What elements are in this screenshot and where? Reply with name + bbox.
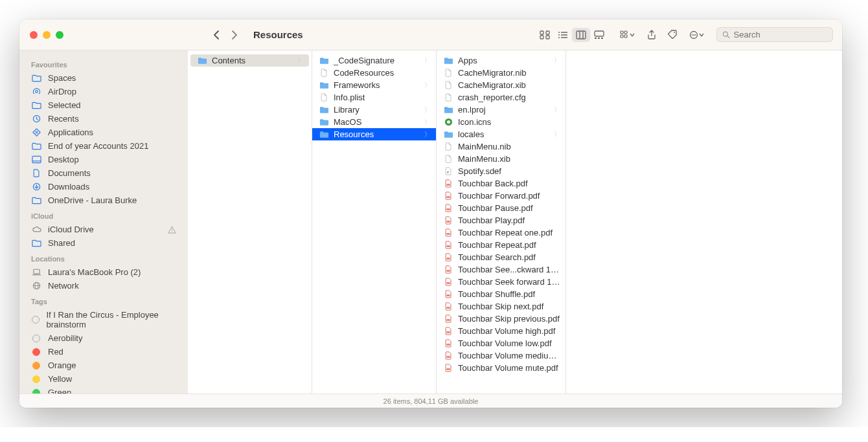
file-row[interactable]: _CodeSignature〉 [312, 54, 436, 67]
share-button[interactable] [647, 30, 656, 40]
file-row[interactable]: CacheMigrator.xib [437, 79, 565, 91]
list-view-button[interactable] [554, 28, 572, 42]
file-label: MainMenu.nib [458, 142, 560, 151]
gallery-view-button[interactable] [590, 28, 608, 42]
file-row[interactable]: Touchbar Volume low.pdf [437, 337, 565, 349]
file-row[interactable]: crash_reporter.cfg [437, 91, 565, 104]
file-row[interactable]: Touchbar Volume mute.pdf [437, 362, 565, 374]
file-row[interactable]: Touchbar Volume medium.pdf [437, 349, 565, 362]
file-row[interactable]: Contents〉 [190, 54, 309, 67]
file-label: _CodeSignature [334, 56, 420, 65]
file-row[interactable]: Touchbar Play.pdf [437, 214, 565, 227]
sidebar-item[interactable]: OneDrive - Laura Burke [19, 193, 188, 207]
file-row[interactable]: Touchbar Pause.pdf [437, 202, 565, 214]
file-row[interactable]: Library〉 [312, 104, 436, 116]
file-row[interactable]: Touchbar Skip previous.pdf [437, 313, 565, 325]
file-row[interactable]: locales〉 [437, 128, 565, 140]
file-label: Touchbar Skip next.pdf [458, 302, 560, 311]
file-row[interactable]: Touchbar Repeat.pdf [437, 239, 565, 251]
window-title: Resources [244, 29, 303, 40]
sidebar-item-label: Laura's MacBook Pro (2) [48, 267, 141, 277]
sidebar-section-header: Favourites [19, 56, 188, 71]
globe-icon [31, 282, 41, 290]
sidebar-item[interactable]: Orange [19, 359, 188, 372]
file-label: Touchbar Volume high.pdf [458, 326, 560, 336]
file-label: Info.plist [334, 93, 431, 102]
sidebar-item[interactable]: Selected [19, 98, 188, 112]
sidebar-item[interactable]: AirDrop [19, 85, 188, 98]
finder-window: Resources FavouritesSpacesAirDropSelecte… [19, 19, 842, 408]
apps-icon [31, 128, 41, 137]
file-icon [319, 69, 329, 77]
file-label: Apps [458, 56, 549, 65]
sidebar-item[interactable]: Aerobility [19, 331, 188, 345]
file-row[interactable]: Touchbar Volume high.pdf [437, 325, 565, 337]
back-button[interactable] [213, 30, 220, 40]
sidebar-item[interactable]: iCloud Drive [19, 223, 188, 236]
svg-point-4 [558, 32, 560, 33]
pdf-icon [443, 241, 453, 249]
file-row[interactable]: MainMenu.nib [437, 140, 565, 153]
file-row[interactable]: Touchbar Seek forward 15.pdf [437, 276, 565, 288]
warn-icon [168, 226, 176, 234]
pdf-icon [443, 204, 453, 212]
sidebar-item-label: Downloads [48, 182, 89, 192]
chevron-right-icon: 〉 [554, 105, 560, 115]
fullscreen-button[interactable] [56, 31, 63, 39]
file-label: locales [458, 129, 549, 139]
file-row[interactable]: Frameworks〉 [312, 79, 436, 91]
file-row[interactable]: Icon.icns [437, 116, 565, 128]
tag-dot-icon [31, 335, 41, 342]
file-label: MainMenu.xib [458, 154, 560, 164]
tags-button[interactable] [668, 30, 678, 39]
file-row[interactable]: Touchbar Search.pdf [437, 251, 565, 263]
close-button[interactable] [30, 31, 38, 39]
sidebar-item[interactable]: Network [19, 279, 188, 293]
svg-point-21 [674, 32, 675, 33]
sidebar-item[interactable]: Desktop [19, 153, 188, 166]
pdf-icon [443, 339, 453, 348]
sidebar-item[interactable]: Yellow [19, 372, 188, 386]
group-menu[interactable] [620, 30, 635, 39]
folder-icon [31, 142, 41, 150]
file-row[interactable]: Touchbar See...ckward 15.pdf [437, 263, 565, 276]
sidebar-section-header: Tags [19, 293, 188, 308]
file-row[interactable]: en.lproj〉 [437, 104, 565, 116]
file-row[interactable]: Info.plist [312, 91, 436, 104]
file-row[interactable]: Touchbar Forward.pdf [437, 190, 565, 202]
file-row[interactable]: Resources〉 [312, 128, 436, 140]
file-row[interactable]: Apps〉 [437, 54, 565, 67]
sidebar-item[interactable]: Green [19, 386, 188, 393]
search-field[interactable] [716, 27, 833, 42]
file-row[interactable]: MacOS〉 [312, 116, 436, 128]
minimize-button[interactable] [43, 31, 51, 39]
forward-button[interactable] [231, 30, 238, 40]
search-input[interactable] [734, 30, 827, 39]
sidebar-item[interactable]: Documents [19, 166, 188, 180]
sidebar-item[interactable]: Applications [19, 126, 188, 139]
sidebar-item[interactable]: Spaces [19, 71, 188, 85]
file-row[interactable]: Spotify.sdef [437, 165, 565, 177]
column-view-button[interactable] [572, 28, 590, 42]
file-row[interactable]: CacheMigrator.nib [437, 67, 565, 79]
file-row[interactable]: Touchbar Shuffle.pdf [437, 288, 565, 300]
sidebar-item[interactable]: Shared [19, 236, 188, 250]
file-label: Frameworks [334, 80, 420, 90]
file-row[interactable]: Touchbar Repeat one.pdf [437, 227, 565, 239]
file-row[interactable]: CodeResources [312, 67, 436, 79]
svg-point-24 [693, 34, 694, 36]
sidebar-item[interactable]: Downloads [19, 180, 188, 193]
svg-rect-15 [598, 38, 600, 39]
file-row[interactable]: Touchbar Back.pdf [437, 177, 565, 190]
sidebar-item[interactable]: If I Ran the Circus - Employee brainstor… [19, 308, 188, 331]
sidebar-item[interactable]: Recents [19, 112, 188, 126]
pdf-icon [443, 351, 453, 360]
icon-view-button[interactable] [536, 28, 554, 42]
file-row[interactable]: Touchbar Skip next.pdf [437, 300, 565, 313]
file-row[interactable]: MainMenu.xib [437, 153, 565, 165]
file-label: CacheMigrator.xib [458, 80, 560, 90]
action-menu[interactable] [689, 30, 705, 39]
sidebar-item[interactable]: Laura's MacBook Pro (2) [19, 265, 188, 279]
sidebar-item[interactable]: End of year Accounts 2021 [19, 139, 188, 153]
sidebar-item[interactable]: Red [19, 345, 188, 359]
